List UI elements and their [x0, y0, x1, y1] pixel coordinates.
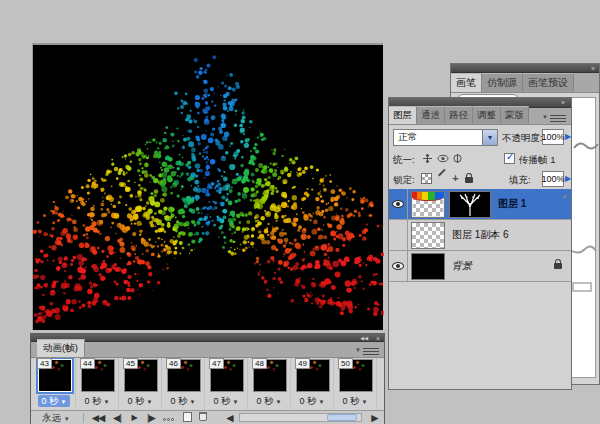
tween-button[interactable]	[161, 411, 175, 424]
frame-number: 48	[252, 358, 267, 369]
frame-number: 45	[123, 358, 138, 369]
layers-panel-tab[interactable]: 蒙版	[501, 106, 529, 124]
loop-count-value: 永远	[42, 412, 61, 423]
next-frame-button[interactable]: |▶	[143, 411, 159, 424]
animation-frame[interactable]: 48 0 秒 ▼	[251, 358, 291, 410]
animation-frame[interactable]: 46 0 秒 ▼	[165, 358, 205, 410]
layer-row[interactable]: 图层 1副本 6	[389, 220, 571, 251]
chevron-down-icon: ▼	[104, 399, 110, 405]
brush-panel-tabs: 画笔 仿制源 画笔预设	[451, 73, 599, 93]
chevron-down-icon: ▼	[362, 399, 368, 405]
visibility-toggle[interactable]	[389, 251, 408, 281]
blend-mode-select[interactable]: 正常 ▼	[393, 129, 498, 146]
frame-delay-value: 0 秒	[85, 396, 102, 406]
frame-delay-value: 0 秒	[171, 396, 188, 406]
animation-frame[interactable]: 50 0 秒 ▼	[337, 358, 377, 410]
animation-frame[interactable]: 45 0 秒 ▼	[122, 358, 162, 410]
frame-number: 49	[295, 358, 310, 369]
play-button[interactable]: ▶	[127, 411, 141, 424]
layers-panel: » 图层 通道 路径 调整 蒙版 ▼ 正常 ▼ 不透明度:	[388, 97, 572, 390]
frame-number: 47	[209, 358, 224, 369]
layer-row[interactable]: 背景	[389, 251, 571, 282]
panel-menu-icon[interactable]: ▼	[550, 113, 566, 122]
fill-value[interactable]: 100%	[542, 171, 564, 187]
frame-delay-select[interactable]: 0 秒 ▼	[38, 395, 70, 407]
layers-panel-tab[interactable]: 调整	[473, 106, 501, 124]
mask-fountain-art	[450, 192, 490, 217]
animation-frame[interactable]: 47 0 秒 ▼	[208, 358, 248, 410]
propagate-frame-label: 传播帧 1	[519, 154, 555, 167]
scroll-right-icon[interactable]: ▶	[369, 411, 381, 424]
frame-delay-select[interactable]: 0 秒 ▼	[79, 395, 115, 407]
propagate-frame-checkbox[interactable]: ✓	[504, 153, 515, 164]
layer-thumbnail[interactable]	[411, 253, 445, 280]
frame-delay-value: 0 秒	[343, 396, 360, 406]
collapse-panel-icon[interactable]: »	[561, 98, 565, 107]
menu-arrow-icon: ▼	[355, 347, 361, 353]
brush-panel-tab[interactable]: 画笔	[451, 73, 482, 92]
lock-pixels-icon[interactable]	[437, 174, 447, 184]
chevron-down-icon[interactable]: ▼	[482, 130, 497, 145]
previous-frame-button[interactable]: ◀|	[109, 411, 125, 424]
document-canvas[interactable]	[32, 43, 383, 330]
layer-name: 背景	[452, 259, 554, 273]
chevron-down-icon: ▼	[190, 399, 196, 405]
visibility-toggle[interactable]	[389, 189, 408, 219]
layers-panel-tab[interactable]: 通道	[417, 106, 445, 124]
blend-mode-value: 正常	[398, 131, 417, 144]
frame-delay-select[interactable]: 0 秒 ▼	[294, 395, 330, 407]
layers-panel-tab[interactable]: 路径	[445, 106, 473, 124]
frame-delay-value: 0 秒	[128, 396, 145, 406]
frames-scrollbar-track[interactable]	[239, 413, 362, 422]
brush-stroke-thumbnail	[573, 138, 599, 152]
frame-delay-select[interactable]: 0 秒 ▼	[208, 395, 244, 407]
visibility-toggle[interactable]	[389, 220, 408, 250]
collapse-panel-icon[interactable]: »	[591, 64, 595, 73]
chevron-down-icon: ▼	[233, 399, 239, 405]
eye-icon	[392, 200, 404, 208]
layer-name: 图层 1副本 6	[452, 228, 571, 242]
frame-number: 50	[338, 358, 353, 369]
layer-list: 图层 1	[389, 189, 571, 282]
layer-row[interactable]: 图层 1	[389, 189, 571, 220]
frame-delay-value: 0 秒	[42, 396, 59, 406]
loop-count-select[interactable]: 永远 ▼	[35, 411, 75, 424]
frame-delay-select[interactable]: 0 秒 ▼	[165, 395, 201, 407]
frame-delay-select[interactable]: 0 秒 ▼	[122, 395, 158, 407]
unify-visibility-icon[interactable]	[436, 153, 449, 165]
animation-frame[interactable]: 43 0 秒 ▼	[36, 358, 76, 410]
animation-panel: ◀◀ × 动画(帧) ▼ 43 0 秒 ▼	[30, 333, 385, 424]
brush-panel-tab[interactable]: 画笔预设	[523, 73, 574, 92]
tab-animation-frames[interactable]: 动画(帧)	[37, 339, 85, 357]
frame-delay-select[interactable]: 0 秒 ▼	[337, 395, 373, 407]
lock-all-icon[interactable]	[465, 177, 473, 183]
frame-strip: 43 0 秒 ▼ 44 0 秒 ▼	[31, 358, 384, 410]
layer-thumbnail[interactable]	[411, 191, 445, 218]
fill-spinner-icon[interactable]: ▶	[565, 174, 574, 183]
scroll-left-icon[interactable]: ◀	[224, 411, 236, 424]
first-frame-button[interactable]: ◀◀	[89, 411, 107, 424]
lock-position-icon[interactable]: +	[449, 172, 462, 184]
unify-position-icon[interactable]	[421, 153, 434, 165]
unify-style-icon[interactable]	[451, 153, 464, 165]
panel-menu-icon[interactable]: ▼	[363, 346, 379, 355]
layer-lock-icon	[554, 263, 562, 269]
scroll-up-icon[interactable]: ▲	[560, 191, 569, 201]
layers-panel-tab[interactable]: 图层	[389, 106, 417, 124]
opacity-value[interactable]: 100%	[542, 129, 564, 145]
check-icon: ✓	[506, 151, 514, 162]
animation-frame[interactable]: 49 0 秒 ▼	[294, 358, 334, 410]
brush-panel-titlebar[interactable]: »	[451, 64, 599, 73]
opacity-spinner-icon[interactable]: ▶	[565, 132, 574, 141]
brush-panel-tab[interactable]: 仿制源	[482, 73, 523, 92]
frames-scrollbar-thumb[interactable]	[327, 414, 357, 421]
delete-frame-button[interactable]	[197, 411, 209, 424]
frame-number: 43	[37, 358, 52, 369]
layer-thumbnail[interactable]	[411, 222, 445, 249]
frame-delay-select[interactable]: 0 秒 ▼	[251, 395, 287, 407]
layer-mask-thumbnail[interactable]	[449, 191, 491, 218]
chevron-down-icon: ▼	[276, 399, 282, 405]
lock-transparency-icon[interactable]	[421, 173, 432, 184]
animation-frame[interactable]: 44 0 秒 ▼	[79, 358, 119, 410]
new-frame-button[interactable]	[181, 411, 193, 424]
